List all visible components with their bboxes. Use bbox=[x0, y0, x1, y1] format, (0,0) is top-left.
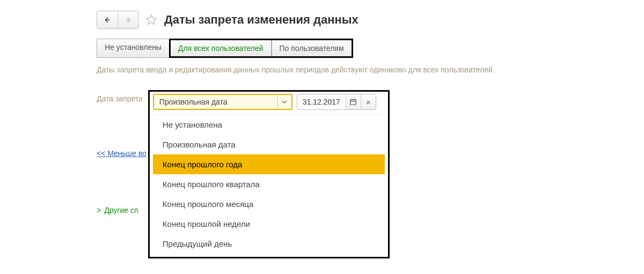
other-methods-link[interactable]: > Другие сп bbox=[97, 206, 138, 214]
date-mode-value: Произвольная дата bbox=[154, 98, 277, 106]
arrow-left-icon bbox=[104, 16, 111, 24]
scope-tabs: Не установлены Для всех пользователей По… bbox=[97, 39, 644, 58]
description-text: Даты запрета ввода и редактирования данн… bbox=[97, 65, 644, 74]
date-mode-option[interactable]: Конец прошлой недели bbox=[153, 214, 385, 234]
arrow-right-icon bbox=[125, 16, 132, 24]
date-mode-option[interactable]: Предыдущий день bbox=[153, 234, 385, 254]
clear-date-button[interactable]: × bbox=[361, 94, 376, 109]
tab-not-set[interactable]: Не установлены bbox=[97, 39, 170, 58]
calendar-icon bbox=[349, 98, 357, 106]
chevron-down-icon bbox=[282, 99, 287, 105]
date-mode-option[interactable]: Не установлена bbox=[153, 115, 385, 135]
tabs-highlight-box: Для всех пользователей По пользователям bbox=[169, 39, 353, 58]
select-dropdown-button[interactable] bbox=[277, 95, 291, 109]
nav-buttons bbox=[97, 11, 138, 29]
chevron-right-icon: > bbox=[97, 206, 101, 214]
date-mode-option[interactable]: Конец прошлого квартала bbox=[153, 174, 385, 194]
dropdown-panel: Произвольная дата 31.12.2017 × Не устано… bbox=[148, 90, 390, 258]
date-mode-select[interactable]: Произвольная дата bbox=[153, 94, 292, 110]
date-lock-label: Дата запрета bbox=[97, 90, 143, 103]
less-options-link[interactable]: << Меньше во bbox=[97, 149, 147, 158]
date-mode-option[interactable]: Конец прошлого месяца bbox=[153, 194, 385, 214]
close-icon: × bbox=[366, 98, 371, 107]
nav-back-button[interactable] bbox=[97, 11, 118, 28]
favorite-star-icon[interactable] bbox=[145, 13, 158, 26]
other-methods-label: Другие сп bbox=[104, 206, 138, 214]
date-input-group: 31.12.2017 × bbox=[297, 94, 376, 110]
page-title: Даты запрета изменения данных bbox=[164, 13, 358, 27]
nav-forward-button[interactable] bbox=[118, 11, 138, 28]
date-mode-options: Не установленаПроизвольная датаКонец про… bbox=[153, 114, 385, 254]
date-mode-option[interactable]: Произвольная дата bbox=[153, 135, 385, 154]
calendar-button[interactable] bbox=[346, 94, 361, 109]
date-input[interactable]: 31.12.2017 bbox=[297, 98, 346, 106]
tab-for-all-users[interactable]: Для всех пользователей bbox=[171, 40, 271, 56]
date-mode-option[interactable]: Конец прошлого года bbox=[153, 154, 385, 174]
tab-by-users[interactable]: По пользователям bbox=[272, 40, 352, 56]
svg-rect-2 bbox=[350, 100, 356, 105]
